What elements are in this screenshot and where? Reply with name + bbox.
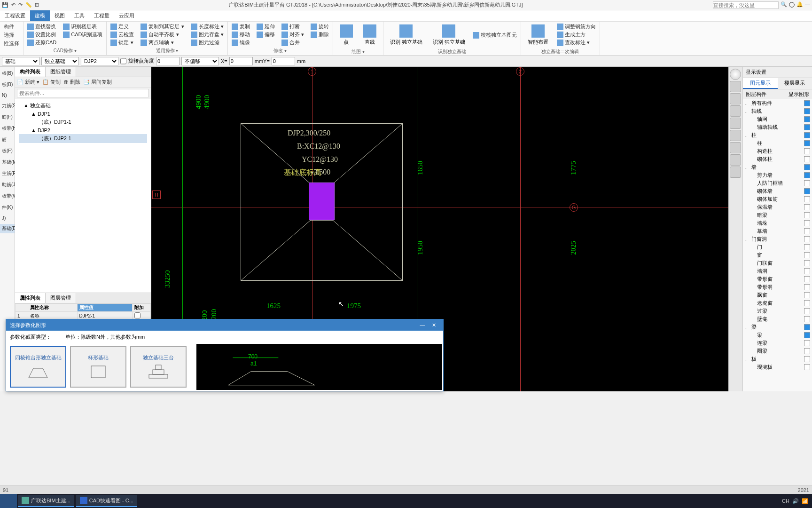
display-row[interactable]: 保温墙 xyxy=(743,203,812,211)
bell-icon[interactable]: 🔔 xyxy=(796,1,803,9)
move-button[interactable]: 移动 xyxy=(231,31,251,39)
tree-node[interactable]: ▲ DJP1 xyxy=(19,110,147,118)
view-front-button[interactable] xyxy=(730,93,741,104)
category-select[interactable]: 基础 xyxy=(2,57,39,65)
delete-button[interactable]: 删除 xyxy=(310,31,330,39)
tree-node[interactable]: ▲ DJP2 xyxy=(19,127,147,134)
visibility-checkbox[interactable] xyxy=(804,148,810,154)
generate-earthwork-button[interactable]: 生成土方 xyxy=(556,31,597,39)
display-row[interactable]: 飘窗 xyxy=(743,291,812,299)
visibility-checkbox[interactable] xyxy=(804,196,810,202)
copy-button[interactable]: 复制 xyxy=(231,23,251,31)
view-3d-button[interactable] xyxy=(730,69,741,80)
taskbar-gtj[interactable]: 广联达BIM土建... xyxy=(18,495,74,507)
length-dim-button[interactable]: 长度标注 ▾ xyxy=(190,23,225,31)
close-button[interactable]: ✕ xyxy=(428,322,439,328)
delete-button[interactable]: 🗑 删除 xyxy=(63,79,80,86)
display-row[interactable]: 带形洞 xyxy=(743,283,812,291)
prop-extra-checkbox[interactable] xyxy=(134,312,141,318)
tab-project-settings[interactable]: 工程设置 xyxy=(0,10,30,21)
tab-layers[interactable]: 图层管理 xyxy=(46,293,76,303)
thumb-cup[interactable]: 杯形基础 xyxy=(70,346,126,388)
visibility-checkbox[interactable] xyxy=(804,180,810,186)
display-row[interactable]: 轴网 xyxy=(743,115,812,123)
view-iso-button[interactable] xyxy=(730,118,741,129)
y-input[interactable] xyxy=(272,57,295,65)
identify-foundation2-button[interactable]: 识别 独立基础 xyxy=(429,23,469,48)
start-button[interactable] xyxy=(0,494,17,508)
visibility-checkbox[interactable] xyxy=(804,172,810,178)
tab-properties[interactable]: 属性列表 xyxy=(15,293,46,303)
align-button[interactable]: 对齐 ▾ xyxy=(281,31,305,39)
category-item[interactable]: 板带(W) xyxy=(0,191,15,201)
tab-tools[interactable]: 工具 xyxy=(70,10,89,21)
check-annotation-button[interactable]: 查改标注 ▾ xyxy=(556,39,597,47)
display-row[interactable]: 砌体柱 xyxy=(743,155,812,163)
qat-undo-icon[interactable]: ↶ xyxy=(11,2,16,8)
visibility-checkbox[interactable] xyxy=(804,204,810,210)
category-item[interactable]: 基础(M) xyxy=(0,158,15,167)
display-row[interactable]: 梁 xyxy=(743,331,812,339)
auto-align-button[interactable]: 自动平齐板 ▾ xyxy=(140,31,185,39)
lock-button[interactable]: 锁定 ▾ xyxy=(109,39,135,47)
tree-node[interactable]: ▲ 独立基础 xyxy=(19,101,147,110)
display-row[interactable]: 连梁 xyxy=(743,339,812,347)
display-row[interactable]: 墙洞 xyxy=(743,267,812,275)
tab-floor-display[interactable]: 楼层显示 xyxy=(778,78,812,89)
qat-save-icon[interactable]: 💾 xyxy=(2,2,8,8)
visibility-checkbox[interactable] xyxy=(804,308,810,314)
mirror-button[interactable]: 镜像 xyxy=(231,39,251,47)
thumb-pyramid[interactable]: 四棱锥台形独立基础 xyxy=(10,346,66,388)
ribbon-item[interactable]: 选择 xyxy=(3,31,20,39)
copy-button[interactable]: 📋 复制 xyxy=(42,79,61,86)
check-foundation-button[interactable]: 校核独立基图元 xyxy=(472,23,518,48)
visibility-checkbox[interactable] xyxy=(804,364,810,370)
visibility-checkbox[interactable] xyxy=(804,252,810,258)
view-side-button[interactable] xyxy=(730,105,741,117)
category-item[interactable]: 主筋(R) xyxy=(0,169,15,178)
view-pan-button[interactable] xyxy=(730,154,741,166)
system-tray[interactable]: CH 🔊 📶 xyxy=(778,498,812,504)
tray-network-icon[interactable]: 📶 xyxy=(802,498,808,504)
visibility-checkbox[interactable] xyxy=(804,108,810,114)
visibility-checkbox[interactable] xyxy=(804,260,810,266)
display-row[interactable]: -门窗洞 xyxy=(743,235,812,243)
view-orbit-button[interactable] xyxy=(730,130,741,141)
rot-checkbox[interactable] xyxy=(120,57,126,65)
display-row[interactable]: 门联窗 xyxy=(743,259,812,267)
display-row[interactable]: 带形窗 xyxy=(743,275,812,283)
display-row[interactable]: 现浇板 xyxy=(743,363,812,371)
component-search-input[interactable] xyxy=(17,89,149,97)
category-item[interactable]: J) xyxy=(0,214,15,222)
ime-indicator[interactable]: CH xyxy=(782,498,789,504)
visibility-checkbox[interactable] xyxy=(804,292,810,298)
tab-drawing-mgmt[interactable]: 图纸管理 xyxy=(46,67,76,77)
display-row[interactable]: 老虎窗 xyxy=(743,299,812,307)
thumb-three-step[interactable]: 独立基础三台 xyxy=(130,346,187,388)
merge-button[interactable]: 合并 xyxy=(281,39,305,47)
display-row[interactable]: -所有构件 xyxy=(743,99,812,107)
identify-floor-button[interactable]: 识别楼层表 xyxy=(62,23,103,31)
component-select[interactable]: DJP2 xyxy=(81,57,118,65)
visibility-checkbox[interactable] xyxy=(804,212,810,218)
cad-options-button[interactable]: CAD识别选项 xyxy=(62,31,103,39)
tab-modeling[interactable]: 建模 xyxy=(30,10,50,21)
offset-mode-select[interactable]: 不偏移 xyxy=(181,57,219,65)
display-row[interactable]: 窗 xyxy=(743,251,812,259)
set-scale-button[interactable]: 设置比例 xyxy=(26,31,57,39)
ribbon-item[interactable]: 性选择 xyxy=(3,40,20,48)
visibility-checkbox[interactable] xyxy=(804,140,810,146)
save-element-button[interactable]: 图元存盘 ▾ xyxy=(190,31,225,39)
visibility-checkbox[interactable] xyxy=(804,228,810,234)
copy-to-layer-button[interactable]: 复制到其它层 ▾ xyxy=(140,23,185,31)
visibility-checkbox[interactable] xyxy=(804,332,810,338)
display-row[interactable]: 墙垛 xyxy=(743,219,812,227)
display-row[interactable]: 壁龛 xyxy=(743,315,812,323)
visibility-checkbox[interactable] xyxy=(804,300,810,306)
tab-element-display[interactable]: 图元显示 xyxy=(743,78,778,89)
display-row[interactable]: 门 xyxy=(743,243,812,251)
visibility-checkbox[interactable] xyxy=(804,132,810,138)
category-item[interactable]: N) xyxy=(0,91,15,99)
view-grid-button[interactable] xyxy=(730,167,741,178)
copy-between-button[interactable]: 📑 层间复制 xyxy=(83,79,112,86)
